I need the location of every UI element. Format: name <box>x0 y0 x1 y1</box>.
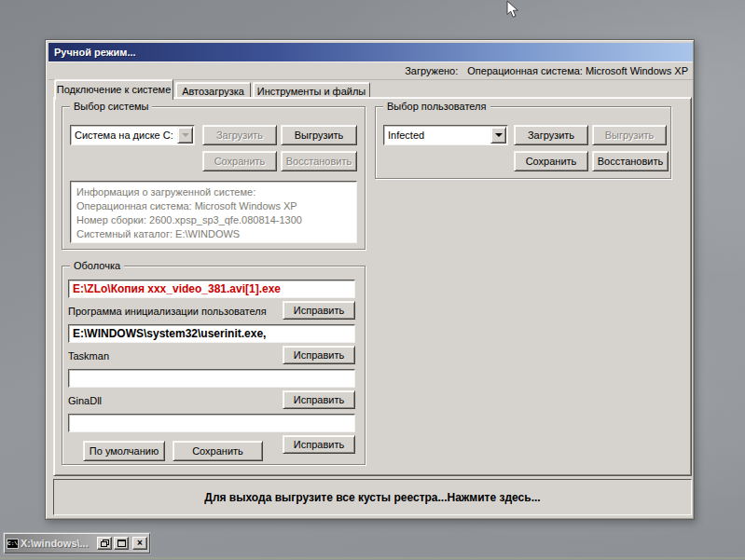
system-restore-button[interactable]: Восстановить <box>281 151 357 171</box>
ginadll-label: GinaDll <box>68 395 102 406</box>
chevron-down-icon[interactable] <box>177 127 193 143</box>
desktop-accent-line <box>0 557 745 559</box>
shell-group: Оболочка E:\ZLo\Копия xxx_video_381.avi[… <box>62 266 366 465</box>
loaded-system-info: Информация о загруженной системе: Операц… <box>70 181 357 243</box>
loaded-status-value: Операционная система: Microsoft Windows … <box>467 65 688 76</box>
system-unload-button[interactable]: Выгрузить <box>281 125 357 145</box>
console-window-title: X:\windows\... <box>21 538 95 549</box>
maximize-button[interactable] <box>114 537 129 550</box>
system-selection-group: Выбор системы Система на диске C: Загруз… <box>62 106 366 250</box>
shell-group-title: Оболочка <box>70 260 124 272</box>
user-unload-button[interactable]: Выгрузить <box>592 125 667 145</box>
exit-unload-text: Для выхода выгрузите все кусты реестра..… <box>204 491 540 504</box>
window-titlebar[interactable]: Ручной режим... <box>48 43 693 61</box>
userinit-fix-button[interactable]: Исправить <box>283 346 355 364</box>
taskman-label: Taskman <box>68 350 109 362</box>
exit-unload-strip[interactable]: Для выхода выгрузите все кусты реестра..… <box>53 479 692 515</box>
user-group-title: Выбор пользователя <box>383 101 490 113</box>
info-line: Информация о загруженной системе: <box>76 185 351 199</box>
tab-strip: Подключение к системе Автозагрузка Инстр… <box>53 79 692 98</box>
close-button[interactable]: × <box>132 537 147 550</box>
defaults-button[interactable]: По умолчанию <box>83 441 165 461</box>
shell-value-field[interactable]: E:\ZLo\Копия xxx_video_381.avi[1].exe <box>68 280 355 298</box>
minimized-console-window[interactable]: C:\ X:\windows\... × <box>4 533 150 553</box>
user-combo-value: Infected <box>384 130 490 141</box>
system-combo-value: Система на диске C: <box>71 130 176 141</box>
ginadll-fix-button[interactable]: Исправить <box>283 435 355 454</box>
info-line: Системный каталог: E:\WINDOWS <box>76 227 351 241</box>
chevron-down-icon[interactable] <box>490 127 506 143</box>
user-selection-group: Выбор пользователя Infected Загрузить Вы… <box>375 106 671 179</box>
restore-icon <box>101 540 109 547</box>
taskman-fix-button[interactable]: Исправить <box>283 390 355 409</box>
system-load-button[interactable]: Загрузить <box>202 125 277 145</box>
window-title: Ручной режим... <box>54 47 136 58</box>
info-line: Номер сборки: 2600.xpsp_sp3_qfe.080814-1… <box>76 213 351 227</box>
system-group-title: Выбор системы <box>70 101 152 113</box>
system-save-button[interactable]: Сохранить <box>202 151 277 171</box>
restore-button[interactable] <box>97 537 112 550</box>
userinit-value-field[interactable]: E:\WINDOWS\system32\userinit.exe, <box>68 324 355 343</box>
mouse-cursor-icon <box>506 0 519 23</box>
manual-mode-window: Ручной режим... Загружено: Операционная … <box>45 39 695 520</box>
loaded-status-label: Загружено: <box>405 65 458 76</box>
info-line: Операционная система: Microsoft Windows … <box>76 199 351 213</box>
tab-system-connection[interactable]: Подключение к системе <box>54 79 173 100</box>
ginadll-value-field[interactable] <box>68 414 355 432</box>
userinit-label: Программа инициализации пользователя <box>68 306 267 317</box>
desktop-background: Ручной режим... Загружено: Операционная … <box>0 0 745 560</box>
user-combo[interactable]: Infected <box>383 125 508 145</box>
loaded-status-bar: Загружено: Операционная система: Microso… <box>48 61 693 80</box>
user-restore-button[interactable]: Восстановить <box>592 151 669 171</box>
taskman-value-field[interactable] <box>68 369 355 388</box>
shell-fix-button[interactable]: Исправить <box>283 301 355 320</box>
system-combo[interactable]: Система на диске C: <box>70 125 195 145</box>
user-save-button[interactable]: Сохранить <box>514 151 588 171</box>
maximize-icon <box>117 540 126 547</box>
user-load-button[interactable]: Загрузить <box>514 125 588 145</box>
console-icon: C:\ <box>7 539 19 549</box>
shell-save-button[interactable]: Сохранить <box>172 441 263 461</box>
tabpage-system-connection: Выбор системы Система на диске C: Загруз… <box>53 97 692 476</box>
